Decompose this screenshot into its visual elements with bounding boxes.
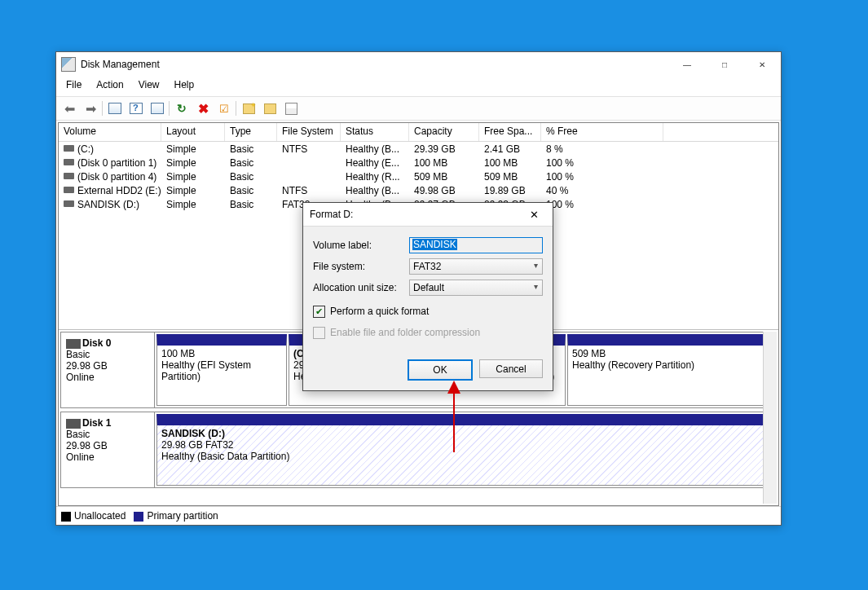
volume-icon bbox=[64, 173, 74, 179]
volume-icon bbox=[64, 200, 74, 207]
quick-format-row[interactable]: ✔ Perform a quick format bbox=[313, 303, 543, 319]
aus-label: Allocation unit size: bbox=[313, 282, 409, 293]
delete-button[interactable]: ✖ bbox=[193, 99, 213, 118]
compression-label: Enable file and folder compression bbox=[330, 327, 480, 338]
col-filesystem[interactable]: File System bbox=[277, 123, 341, 141]
col-freespace[interactable]: Free Spa... bbox=[479, 123, 541, 141]
close-button[interactable]: ✕ bbox=[743, 52, 781, 77]
quick-format-checkbox[interactable]: ✔ bbox=[313, 306, 325, 318]
disk-info[interactable]: Disk 1Basic29.98 GBOnline bbox=[61, 412, 155, 487]
file-system-label: File system: bbox=[313, 261, 409, 272]
partition[interactable]: SANDISK (D:)29.98 GB FAT32Healthy (Basic… bbox=[156, 414, 764, 486]
view-button-2[interactable] bbox=[148, 99, 167, 118]
dialog-close-button[interactable]: ✕ bbox=[522, 203, 546, 226]
titlebar[interactable]: Disk Management — □ ✕ bbox=[56, 52, 781, 77]
menu-view[interactable]: View bbox=[132, 78, 166, 95]
help-button[interactable] bbox=[126, 99, 146, 118]
menu-help[interactable]: Help bbox=[168, 78, 201, 95]
app-icon bbox=[61, 57, 76, 72]
maximize-button[interactable]: □ bbox=[706, 52, 743, 77]
forward-button[interactable]: ➡ bbox=[81, 99, 100, 118]
partition[interactable]: 509 MBHealthy (Recovery Partition) bbox=[567, 334, 766, 406]
legend-unallocated: Unallocated bbox=[61, 510, 126, 522]
col-capacity[interactable]: Capacity bbox=[409, 123, 479, 141]
folder-button[interactable] bbox=[260, 99, 280, 118]
legend-primary: Primary partition bbox=[134, 510, 218, 522]
check-button[interactable]: ☑ bbox=[214, 99, 234, 118]
partition[interactable]: 100 MBHealthy (EFI System Partition) bbox=[156, 334, 287, 406]
volume-row[interactable]: External HDD2 (E:)SimpleBasicNTFSHealthy… bbox=[59, 183, 778, 197]
menubar: File Action View Help bbox=[56, 77, 781, 96]
menu-file[interactable]: File bbox=[59, 78, 88, 95]
disk-icon bbox=[66, 339, 81, 349]
volume-label-input[interactable]: SANDISK bbox=[409, 237, 543, 253]
volume-icon bbox=[64, 159, 74, 165]
menu-action[interactable]: Action bbox=[90, 78, 130, 95]
refresh-button[interactable]: ↻ bbox=[172, 99, 192, 118]
volume-row[interactable]: (C:)SimpleBasicNTFSHealthy (B...29.39 GB… bbox=[59, 142, 778, 156]
cancel-button[interactable]: Cancel bbox=[479, 359, 543, 378]
volume-icon bbox=[64, 187, 74, 193]
volume-row[interactable]: (Disk 0 partition 4)SimpleBasicHealthy (… bbox=[59, 170, 778, 183]
window-title: Disk Management bbox=[81, 59, 160, 70]
properties-button[interactable] bbox=[281, 99, 301, 118]
col-status[interactable]: Status bbox=[341, 123, 409, 141]
back-button[interactable]: ⬅ bbox=[59, 99, 79, 118]
toolbar: ⬅ ➡ ↻ ✖ ☑ bbox=[56, 96, 781, 121]
legend: Unallocated Primary partition bbox=[56, 506, 781, 525]
volume-list-header: Volume Layout Type File System Status Ca… bbox=[59, 123, 778, 142]
quick-format-label: Perform a quick format bbox=[330, 306, 429, 317]
new-folder-button[interactable] bbox=[239, 99, 258, 118]
minimize-button[interactable]: — bbox=[668, 52, 706, 77]
view-button-1[interactable] bbox=[105, 99, 125, 118]
disk-row: Disk 1Basic29.98 GBOnlineSANDISK (D:)29.… bbox=[60, 412, 777, 488]
col-pctfree[interactable]: % Free bbox=[541, 123, 663, 141]
volume-label-label: Volume label: bbox=[313, 240, 409, 251]
dialog-title: Format D: bbox=[310, 209, 353, 220]
file-system-select[interactable]: FAT32 bbox=[409, 258, 543, 275]
volume-row[interactable]: (Disk 0 partition 1)SimpleBasicHealthy (… bbox=[59, 156, 778, 170]
volume-icon bbox=[64, 145, 74, 152]
compression-row: Enable file and folder compression bbox=[313, 324, 543, 341]
disk-icon bbox=[66, 419, 81, 429]
format-dialog: Format D: ✕ Volume label: SANDISK File s… bbox=[302, 202, 553, 391]
dialog-titlebar[interactable]: Format D: ✕ bbox=[303, 203, 553, 227]
compression-checkbox bbox=[313, 327, 325, 339]
col-type[interactable]: Type bbox=[225, 123, 277, 141]
col-layout[interactable]: Layout bbox=[161, 123, 225, 141]
scrollbar[interactable] bbox=[763, 332, 777, 504]
ok-button[interactable]: OK bbox=[408, 359, 473, 381]
col-volume[interactable]: Volume bbox=[59, 123, 161, 141]
aus-select[interactable]: Default bbox=[409, 280, 543, 296]
disk-info[interactable]: Disk 0Basic29.98 GBOnline bbox=[61, 332, 155, 407]
